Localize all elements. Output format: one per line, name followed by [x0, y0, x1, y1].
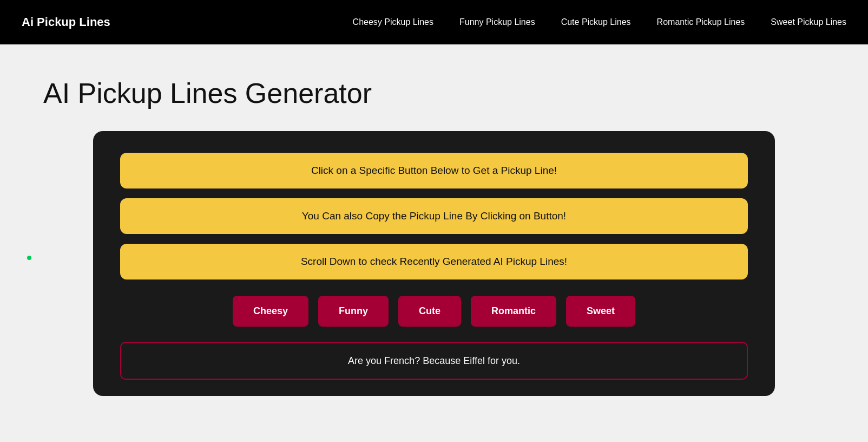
nav-romantic[interactable]: Romantic Pickup Lines — [657, 17, 745, 27]
result-box: Are you French? Because Eiffel for you. — [120, 342, 748, 380]
green-dot-indicator — [27, 256, 31, 260]
page-title: AI Pickup Lines Generator — [43, 77, 825, 109]
result-text: Are you French? Because Eiffel for you. — [348, 355, 520, 367]
info-box-1: Click on a Specific Button Below to Get … — [120, 153, 748, 188]
navbar: Ai Pickup Lines Cheesy Pickup Lines Funn… — [0, 0, 868, 44]
romantic-button[interactable]: Romantic — [471, 296, 556, 327]
card-wrapper: Click on a Specific Button Below to Get … — [43, 131, 825, 396]
brand-logo[interactable]: Ai Pickup Lines — [22, 15, 110, 29]
info-box-2: You Can also Copy the Pickup Line By Cli… — [120, 198, 748, 234]
info-box-3: Scroll Down to check Recently Generated … — [120, 244, 748, 280]
nav-links: Cheesy Pickup Lines Funny Pickup Lines C… — [353, 17, 846, 27]
sweet-button[interactable]: Sweet — [566, 296, 635, 327]
nav-cheesy[interactable]: Cheesy Pickup Lines — [353, 17, 433, 27]
nav-sweet[interactable]: Sweet Pickup Lines — [771, 17, 846, 27]
main-content: AI Pickup Lines Generator Click on a Spe… — [0, 44, 868, 418]
generator-card: Click on a Specific Button Below to Get … — [93, 131, 775, 396]
cheesy-button[interactable]: Cheesy — [233, 296, 308, 327]
cute-button[interactable]: Cute — [398, 296, 461, 327]
nav-funny[interactable]: Funny Pickup Lines — [459, 17, 535, 27]
nav-cute[interactable]: Cute Pickup Lines — [561, 17, 631, 27]
funny-button[interactable]: Funny — [318, 296, 389, 327]
category-buttons-row: Cheesy Funny Cute Romantic Sweet — [120, 296, 748, 327]
